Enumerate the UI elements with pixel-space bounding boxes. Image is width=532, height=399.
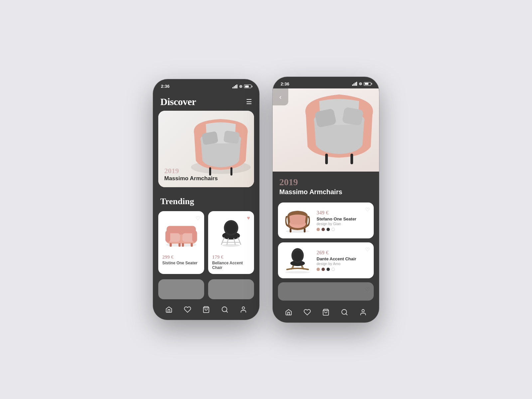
nav-favorites-icon-2[interactable] [304,309,311,316]
svg-rect-31 [325,154,328,164]
phone-discover: 2:36 ⊜ Discover ☰ [153,79,259,320]
wifi-icon: ⊜ [239,84,242,89]
nav-search-icon-2[interactable] [341,309,348,316]
dante-color-swatch-3[interactable] [327,268,330,271]
dante-name: Dante Accent Chair [317,256,369,261]
scroll-area[interactable]: Discover ☰ [153,91,259,302]
detail-info: 2019 Massimo Armchairs [273,172,379,199]
product-card-1[interactable]: ♡ [158,211,204,274]
svg-rect-7 [167,226,196,234]
svg-rect-15 [191,243,193,246]
product-card-2[interactable]: ♥ [208,211,254,274]
svg-rect-2 [223,130,240,144]
svg-rect-30 [342,107,363,126]
dante-designer: design by Amo [317,262,369,266]
svg-point-28 [242,307,244,309]
bottom-nav [153,302,259,320]
trending-grid: ♡ [153,211,259,279]
stefano-colors [317,228,369,231]
svg-point-44 [293,250,302,262]
svg-rect-14 [182,243,184,246]
nav-search-icon[interactable] [221,306,228,313]
svg-point-16 [222,244,240,247]
nav-basket-icon[interactable] [202,306,210,313]
battery-icon [244,84,251,88]
dante-favorite-button[interactable]: ♡ [365,246,370,253]
stefano-image [283,207,313,234]
detail-scroll-area[interactable]: ‹ 2019 Massimo Armchairs [273,88,379,305]
stefano-svg [283,208,313,233]
nav-basket-icon-2[interactable] [322,309,330,316]
hero-year: 2019 [164,167,218,175]
discover-header: Discover ☰ [153,91,259,111]
color-swatch-1[interactable] [317,228,320,231]
trending-grid-row2 [153,279,259,302]
back-button[interactable]: ‹ [273,88,288,105]
menu-button[interactable]: ☰ [246,98,252,106]
time-2: 2:36 [281,81,289,86]
svg-rect-10 [165,230,170,242]
svg-line-23 [238,238,241,245]
svg-line-47 [346,314,347,315]
detail-hero-chair-svg [293,88,379,172]
status-bar-2: 2:36 ⊜ [273,77,379,88]
stefano-favorite-button[interactable]: ♡ [365,206,370,213]
accent-chair-svg [214,218,248,248]
favorite-button-1[interactable]: ♡ [196,215,200,221]
color-swatch-3[interactable] [327,228,330,231]
product-image-2 [212,215,250,252]
page-title: Discover [160,96,196,107]
svg-rect-32 [350,154,353,164]
signal-icon [232,84,237,88]
nav-profile-icon-2[interactable] [359,309,367,316]
nav-favorites-icon[interactable] [184,306,191,313]
svg-point-48 [362,309,364,312]
product-card-partial-2 [208,279,254,299]
hero-text: 2019 Massimo Armchairs [164,167,218,182]
time: 2:36 [161,84,170,89]
detail-year: 2019 [279,177,372,188]
list-item-stefano[interactable]: 349 € Stefano One Seater design by Gian … [278,202,374,238]
nav-home-icon-2[interactable] [285,309,292,316]
dante-price: 269 € [317,250,369,256]
phone-detail: 2:36 ⊜ ‹ [273,77,379,323]
hero-card[interactable]: 2019 Massimo Armchairs [158,111,254,187]
nav-profile-icon[interactable] [240,306,247,313]
svg-line-21 [227,238,228,244]
battery-icon-2 [364,82,371,86]
svg-point-33 [286,230,310,233]
svg-rect-11 [192,230,197,242]
product-list: 349 € Stefano One Seater design by Gian … [273,199,379,305]
product-price-1: 299 € [162,254,200,260]
color-swatch-2[interactable] [322,228,325,231]
status-bar: 2:36 ⊜ [153,79,259,91]
signal-icon-2 [352,82,357,86]
status-icons-2: ⊜ [352,81,371,86]
stefano-price: 349 € [317,210,369,216]
partial-favorite-button[interactable]: ♡ [365,286,370,293]
svg-rect-4 [230,167,232,176]
color-swatch-4[interactable] [332,228,335,231]
svg-rect-35 [290,228,291,232]
bottom-nav-2 [273,305,379,323]
stefano-designer: design by Gian [317,222,369,226]
sofa-svg [163,219,200,248]
hero-product-name: Massimo Armchairs [164,175,218,182]
svg-line-27 [226,311,227,312]
nav-home-icon[interactable] [165,306,173,313]
stefano-name: Stefano One Seater [317,216,369,221]
dante-image [283,247,313,274]
status-icons: ⊜ [232,84,251,89]
svg-rect-36 [304,228,306,232]
product-name-2: Bellance Accent Chair [212,261,250,270]
dante-color-swatch-2[interactable] [322,268,325,271]
list-item-partial: ♡ [278,282,374,301]
product-card-partial-1 [158,279,204,299]
dante-color-swatch-4[interactable] [332,268,335,271]
stefano-info: 349 € Stefano One Seater design by Gian [317,210,369,231]
dante-color-swatch-1[interactable] [317,268,320,271]
favorite-button-2[interactable]: ♥ [247,215,250,221]
svg-rect-13 [179,243,181,246]
list-item-dante[interactable]: 269 € Dante Accent Chair design by Amo ♡ [278,242,374,278]
dante-colors [317,268,369,271]
